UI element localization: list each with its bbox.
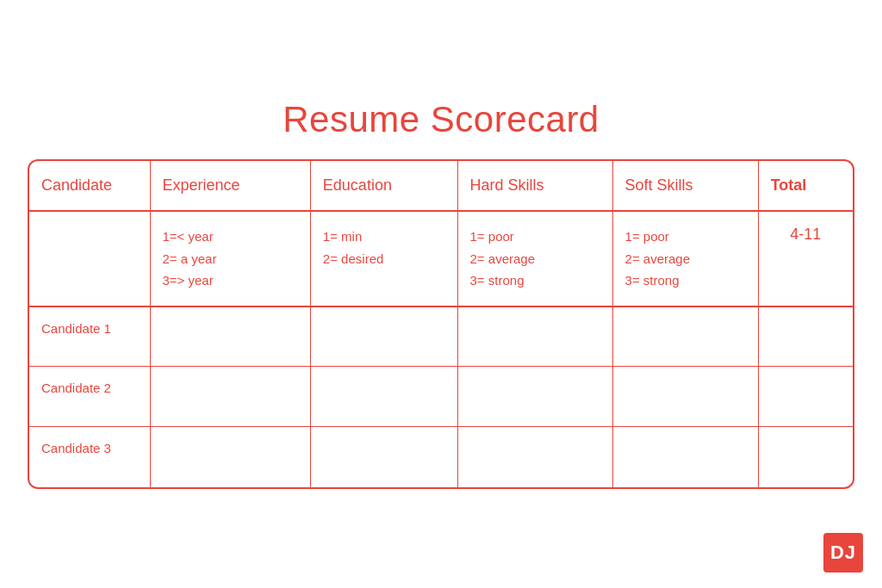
candidate-1-experience [150,306,310,367]
candidate-1-label: Candidate 1 [29,306,150,367]
legend-candidate [29,211,150,306]
col-header-hard-skills: Hard Skills [457,161,612,211]
legend-soft-skills: 1= poor2= average3= strong [612,211,758,306]
dj-logo-text: DJ [830,542,856,564]
col-header-candidate: Candidate [29,161,150,211]
page-wrapper: Resume Scorecard Candidate Experience Ed… [28,99,854,489]
col-header-total: Total [758,161,853,211]
page-title: Resume Scorecard [283,99,599,140]
candidate-3-total [758,427,853,487]
table-row: Candidate 3 [29,427,853,487]
legend-education-text: 1= min2= desired [323,226,445,269]
candidate-1-education [310,306,457,367]
candidate-2-soft-skills [612,367,758,427]
legend-hard-skills-text: 1= poor2= average3= strong [470,226,600,292]
table-row: Candidate 1 [29,306,853,367]
legend-row: 1=< year2= a year3=> year 1= min2= desir… [29,211,853,306]
candidate-2-label: Candidate 2 [29,367,150,427]
legend-hard-skills: 1= poor2= average3= strong [457,211,612,306]
candidate-3-education [310,427,457,487]
legend-soft-skills-text: 1= poor2= average3= strong [625,226,746,292]
dj-logo: DJ [823,533,863,573]
legend-total: 4-11 [758,211,853,306]
header-row: Candidate Experience Education Hard Skil… [29,161,853,211]
candidate-3-label: Candidate 3 [29,427,150,487]
candidate-1-soft-skills [612,306,758,367]
candidate-2-experience [150,367,310,427]
legend-total-range: 4-11 [771,226,841,244]
candidate-3-hard-skills [457,427,612,487]
resume-table: Candidate Experience Education Hard Skil… [29,161,853,487]
legend-education: 1= min2= desired [310,211,457,306]
col-header-experience: Experience [150,161,310,211]
candidate-2-total [758,367,853,427]
table-row: Candidate 2 [29,367,853,427]
legend-experience-text: 1=< year2= a year3=> year [163,226,298,292]
candidate-2-hard-skills [457,367,612,427]
legend-experience: 1=< year2= a year3=> year [150,211,310,306]
candidate-2-education [310,367,457,427]
candidate-3-experience [150,427,310,487]
candidate-1-total [758,306,853,367]
candidate-1-hard-skills [457,306,612,367]
candidate-3-soft-skills [612,427,758,487]
col-header-soft-skills: Soft Skills [612,161,758,211]
col-header-education: Education [310,161,457,211]
scorecard-table: Candidate Experience Education Hard Skil… [28,159,854,489]
